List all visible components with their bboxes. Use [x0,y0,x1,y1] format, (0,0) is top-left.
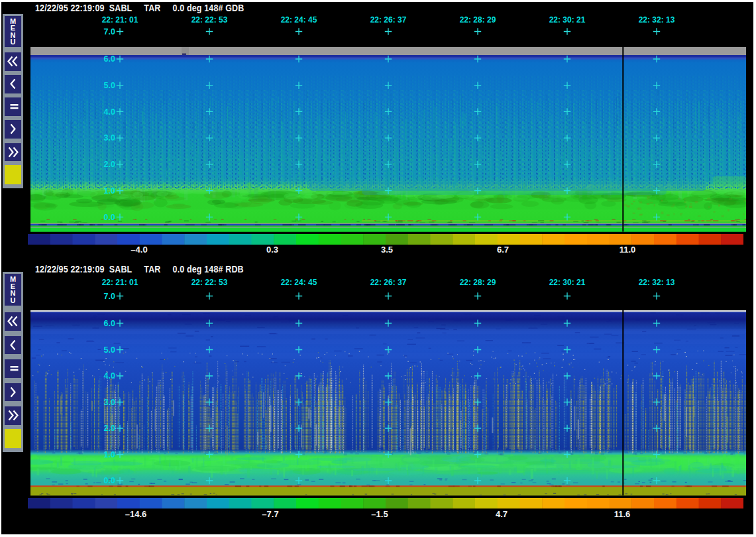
svg-text:4.0: 4.0 [104,107,115,117]
svg-text:5.0: 5.0 [104,345,115,355]
svg-text:3.0: 3.0 [104,133,115,143]
svg-text:4.0: 4.0 [104,371,115,381]
svg-text:0.0: 0.0 [104,213,115,222]
svg-text:2.0: 2.0 [104,160,115,169]
svg-text:3.0: 3.0 [104,398,115,407]
svg-text:2.0: 2.0 [104,424,115,433]
svg-text:6.0: 6.0 [104,319,115,328]
svg-text:6.0: 6.0 [104,54,115,64]
svg-text:7.0: 7.0 [104,292,115,301]
svg-text:5.0: 5.0 [104,81,115,90]
svg-text:0.0: 0.0 [104,476,115,485]
svg-text:1.0: 1.0 [104,450,115,459]
svg-text:1.0: 1.0 [104,186,115,196]
svg-text:7.0: 7.0 [104,27,115,36]
